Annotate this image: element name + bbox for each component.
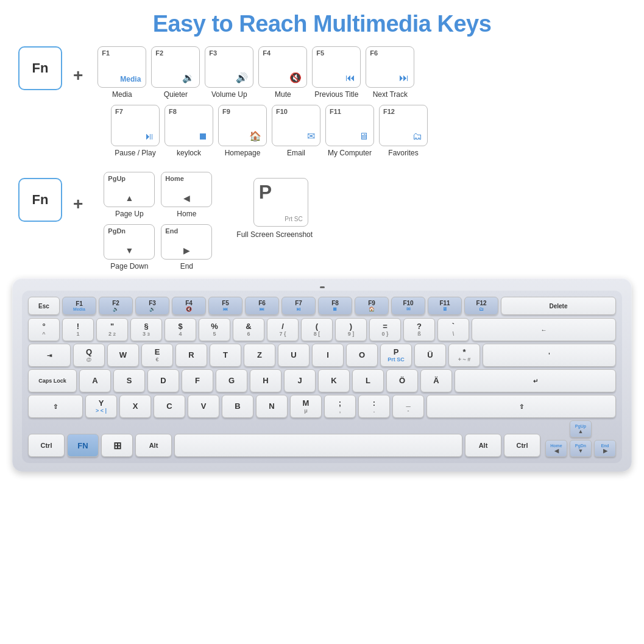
kb-ss[interactable]: ? ß	[403, 318, 435, 341]
header-text-black: Easy to Reach	[153, 11, 313, 37]
kb-z[interactable]: Z	[244, 344, 275, 367]
kb-delete[interactable]: Delete	[501, 297, 616, 315]
kb-j[interactable]: J	[284, 369, 316, 392]
f1kb-sub: Media	[73, 307, 85, 311]
kb-ae[interactable]: Ä	[420, 369, 452, 392]
pgdn-desc: Page Down	[110, 262, 148, 271]
kb-x[interactable]: X	[119, 395, 151, 418]
kb-rctrl[interactable]: Ctrl	[504, 434, 540, 457]
keyboard-wrapper: Esc F1 Media F2 🔉 F3 🔊 F4 🔇 F5 ⏮	[12, 278, 632, 472]
kb-l[interactable]: L	[352, 369, 384, 392]
kb-b[interactable]: B	[222, 395, 253, 418]
kb-f10[interactable]: F10 ✉	[391, 297, 425, 315]
kb-underscore[interactable]: _ -	[392, 395, 424, 418]
kb-4[interactable]: $ 4	[165, 318, 196, 341]
kb-fn-bottom[interactable]: FN	[67, 434, 99, 457]
ae-char: Ä	[433, 377, 439, 385]
kb-w[interactable]: W	[107, 344, 139, 367]
kb-7[interactable]: / 7 {	[267, 318, 299, 341]
kb-nav-down[interactable]: PgDn ▼	[570, 440, 592, 457]
kb-q[interactable]: Q @	[73, 344, 105, 367]
kb-i[interactable]: I	[312, 344, 344, 367]
f9-desc: Homepage	[225, 149, 261, 157]
colon-top: :	[373, 399, 375, 408]
kb-backtick[interactable]: ` \	[437, 318, 469, 341]
kb-capslock[interactable]: Caps Lock	[28, 369, 77, 392]
kb-y[interactable]: Y > < |	[85, 395, 117, 418]
kb-f2[interactable]: F2 🔉	[99, 297, 133, 315]
home-label: Home	[165, 175, 208, 182]
kb-2[interactable]: " 2 2	[96, 318, 128, 341]
kb-t[interactable]: T	[210, 344, 241, 367]
kb-m[interactable]: M μ	[290, 395, 322, 418]
kb-g[interactable]: G	[216, 369, 247, 392]
kb-esc[interactable]: Esc	[28, 297, 60, 315]
plus-1: +	[73, 51, 83, 85]
kb-tab[interactable]: ⇥	[28, 344, 71, 367]
kb-caret[interactable]: ° ^	[28, 318, 60, 341]
kb-f1[interactable]: F1 Media	[62, 297, 96, 315]
kb-semi[interactable]: ; ,	[324, 395, 356, 418]
kb-space[interactable]	[174, 434, 462, 457]
kb-nav-up[interactable]: PgUp ▲	[570, 420, 592, 437]
kb-c[interactable]: C	[154, 395, 185, 418]
kb-h[interactable]: H	[250, 369, 281, 392]
x-char: X	[133, 402, 138, 411]
kb-f12[interactable]: F12 🗂	[464, 297, 498, 315]
kb-f3[interactable]: F3 🔊	[135, 297, 169, 315]
kb-win[interactable]: ⊞	[101, 434, 133, 457]
kb-k[interactable]: K	[318, 369, 350, 392]
kb-nav-left[interactable]: Home ◀	[545, 440, 567, 457]
kb-lalt[interactable]: Alt	[135, 434, 172, 457]
key-box-f12: F12 🗂	[379, 105, 428, 146]
kb-o[interactable]: O	[346, 344, 378, 367]
kb-fn-row: Esc F1 Media F2 🔉 F3 🔊 F4 🔇 F5 ⏮	[28, 297, 616, 315]
kb-r[interactable]: R	[175, 344, 207, 367]
kb-star[interactable]: * + ~ #	[448, 344, 480, 367]
kb-1[interactable]: ! 1	[62, 318, 94, 341]
enter-label: ↵	[533, 378, 538, 384]
kb-f9[interactable]: F9 🏠	[355, 297, 389, 315]
kb-f[interactable]: F	[182, 369, 213, 392]
kb-e[interactable]: E €	[141, 344, 173, 367]
kb-0[interactable]: = 0 }	[369, 318, 401, 341]
kb-nav-right[interactable]: End ▶	[594, 440, 616, 457]
kb-v[interactable]: V	[188, 395, 219, 418]
header-text-blue: Multimedia Keys	[313, 11, 491, 37]
kb-lctrl[interactable]: Ctrl	[28, 434, 65, 457]
kb-enter[interactable]: ↵	[455, 369, 616, 392]
home-arrow: ◀	[183, 193, 190, 203]
kb-9[interactable]: ) 9 ]	[335, 318, 367, 341]
oe-char: Ö	[399, 377, 405, 385]
kb-f8[interactable]: F8 ⏹	[318, 297, 352, 315]
kb-lshift[interactable]: ⇧	[28, 395, 83, 418]
kb-f6[interactable]: F6 ⏭	[245, 297, 279, 315]
kb-rshift[interactable]: ⇧	[426, 395, 616, 418]
kb-colon[interactable]: : .	[358, 395, 390, 418]
f3kb-label: F3	[149, 300, 156, 306]
kb-p[interactable]: P Prt SC	[380, 344, 412, 367]
kb-apos[interactable]: '	[483, 344, 616, 367]
kb-ue[interactable]: Ü	[414, 344, 446, 367]
kb-f7[interactable]: F7 ⏯	[281, 297, 316, 315]
kb-5[interactable]: % 5	[199, 318, 230, 341]
kb-8[interactable]: ( 8 [	[301, 318, 333, 341]
kb-u[interactable]: U	[278, 344, 310, 367]
under-bot: -	[408, 408, 409, 414]
k9-top: )	[350, 322, 352, 331]
kb-backspace[interactable]: ←	[472, 318, 616, 341]
caps-label: Caps Lock	[38, 378, 66, 384]
kb-f4[interactable]: F4 🔇	[172, 297, 206, 315]
kb-oe[interactable]: Ö	[386, 369, 418, 392]
kb-f11[interactable]: F11 🖥	[428, 297, 462, 315]
kb-3[interactable]: § 3 3	[130, 318, 162, 341]
kb-d[interactable]: D	[147, 369, 179, 392]
kb-f5[interactable]: F5 ⏮	[208, 297, 242, 315]
kb-a[interactable]: A	[79, 369, 111, 392]
k5-top: %	[211, 322, 218, 331]
kb-6[interactable]: & 6	[233, 318, 264, 341]
kb-n[interactable]: N	[256, 395, 288, 418]
kb-s[interactable]: S	[113, 369, 145, 392]
kb-ralt[interactable]: Alt	[465, 434, 501, 457]
f2-desc: Quieter	[164, 90, 188, 99]
